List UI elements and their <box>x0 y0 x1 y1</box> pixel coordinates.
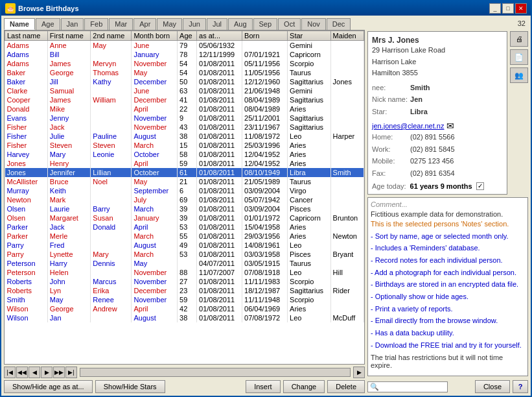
col-firstname[interactable]: First name <box>47 31 91 41</box>
nav-next[interactable]: ▶ <box>41 367 52 378</box>
col-secondname[interactable]: 2nd name <box>91 31 132 41</box>
table-row[interactable]: RobertsJohnMarcusNovember2701/08/201111/… <box>5 277 364 286</box>
table-row[interactable]: WilsonGeorgeAndrewApril4201/08/201106/04… <box>5 304 364 313</box>
table-row[interactable]: HarveyMaryLeonieOctober5801/08/201112/04… <box>5 150 364 159</box>
maximize-button[interactable]: □ <box>502 3 514 14</box>
table-row[interactable]: FisherJuliePaulineAugust3801/08/201111/0… <box>5 132 364 141</box>
table-cell: Harry <box>47 259 91 268</box>
table-row[interactable]: EvansJennyNovember901/08/201125/11/2001S… <box>5 114 364 123</box>
table-row[interactable]: JonesHenryApril5901/08/201112/04/1952Ari… <box>5 159 364 168</box>
show-hide-stars-button[interactable]: Show/Hide Stars <box>95 380 165 393</box>
tab-jul[interactable]: Jul <box>207 18 227 30</box>
show-hide-age-button[interactable]: Show/Hide age as at... <box>4 380 93 393</box>
person-email[interactable]: jen.jones@clear.net.nz <box>372 122 444 130</box>
table-row[interactable]: BakerGeorgeThomasMay5401/08/201111/05/19… <box>5 68 364 77</box>
table-row[interactable]: ParryLynetteMaryMarch5301/08/201103/03/1… <box>5 250 364 259</box>
notes-list-item: - Birthdays are stored in an encrypted d… <box>371 278 525 291</box>
delete-button[interactable]: Delete <box>327 380 365 393</box>
tab-may[interactable]: May <box>157 18 182 30</box>
table-row[interactable]: ParryFredAugust4901/08/201114/08/1961Leo <box>5 241 364 250</box>
tab-mar[interactable]: Mar <box>109 18 133 30</box>
table-cell <box>330 177 364 186</box>
close-button[interactable]: Close <box>475 380 510 393</box>
tab-dec[interactable]: Dec <box>327 18 351 30</box>
col-asat[interactable]: as at... <box>197 31 242 41</box>
table-row[interactable]: ParkerMerleMarch5501/08/201129/03/1956Ar… <box>5 232 364 241</box>
table-row[interactable]: PetersonHelenNovember8811/07/200707/08/1… <box>5 268 364 277</box>
table-row[interactable]: AdamsJamesMervynNovember5401/08/201105/1… <box>5 59 364 68</box>
nav-first[interactable]: |◀ <box>4 367 16 378</box>
table-cell: Taurus <box>288 259 331 268</box>
people-icon[interactable]: 👥 <box>510 67 528 83</box>
close-window-button[interactable]: ✕ <box>515 3 527 14</box>
table-cell: 01/08/2011 <box>197 213 242 223</box>
col-monthborn[interactable]: Month born <box>132 31 178 41</box>
scroll-right[interactable]: ▶ <box>353 367 365 378</box>
insert-button[interactable]: Insert <box>246 380 281 393</box>
table-cell: Aries <box>288 223 331 232</box>
col-star[interactable]: Star <box>288 31 331 41</box>
table-cell: Gemini <box>288 41 331 51</box>
minimize-button[interactable]: _ <box>489 3 501 14</box>
nav-prev[interactable]: ◀ <box>29 367 40 378</box>
horizontal-scrollbar[interactable] <box>80 368 351 377</box>
table-row[interactable]: FisherStevenStevenMarch1501/08/201125/03… <box>5 141 364 150</box>
table-cell: November <box>132 268 178 277</box>
age-checkbox[interactable]: ✓ <box>476 182 484 190</box>
table-row[interactable]: MurrayKeithSeptember601/08/201103/09/200… <box>5 186 364 195</box>
col-maiden[interactable]: Maiden <box>330 31 364 41</box>
col-born[interactable]: Born <box>242 31 288 41</box>
table-row[interactable]: SmithMayReneeNovember5901/08/201111/11/1… <box>5 295 364 304</box>
tab-feb[interactable]: Feb <box>84 18 108 30</box>
table-row[interactable]: DonaldMikeApril2201/08/201108/04/1989Ari… <box>5 104 364 114</box>
tab-name[interactable]: Name <box>4 18 35 30</box>
table-cell: Thomas <box>91 68 132 77</box>
nav-last[interactable]: ▶| <box>65 367 77 378</box>
tab-jun[interactable]: Jun <box>183 18 206 30</box>
email-icon[interactable]: ✉ <box>446 121 454 131</box>
tab-sep[interactable]: Sep <box>253 18 278 30</box>
col-lastname[interactable]: Last name <box>5 31 48 41</box>
print-icon[interactable]: 🖨 <box>510 31 528 47</box>
nav-prev-page[interactable]: ◀◀ <box>16 367 28 378</box>
table-row[interactable]: McAllisterBruceNoelMay2101/08/201121/05/… <box>5 177 364 186</box>
tab-oct[interactable]: Oct <box>278 18 301 30</box>
table-cell: 58 <box>178 150 197 159</box>
table-row[interactable]: OlsenLaurieBarryMarch3901/08/201103/09/2… <box>5 204 364 213</box>
table-row[interactable]: PetersonHarryDennisMay04/07/201103/05/19… <box>5 259 364 268</box>
search-input[interactable] <box>380 383 445 391</box>
tab-jan[interactable]: Jan <box>61 18 84 30</box>
search-icon: 🔍 <box>370 383 379 391</box>
tab-nov[interactable]: Nov <box>301 18 326 30</box>
nick-value: Jen <box>410 93 422 106</box>
col-age[interactable]: Age <box>178 31 197 41</box>
table-row[interactable]: AdamsAnneMayJune7905/06/1932Gemini <box>5 41 364 51</box>
tab-apr[interactable]: Apr <box>133 18 156 30</box>
table-row[interactable]: WilsonJanAugust3801/08/201107/08/1972Leo… <box>5 313 364 322</box>
tab-aug[interactable]: Aug <box>228 18 253 30</box>
table-cell: 03/09/2004 <box>242 204 288 213</box>
table-row[interactable]: JonesJenniferLillianOctober6101/08/20110… <box>5 168 364 177</box>
change-button[interactable]: Change <box>283 380 325 393</box>
help-button[interactable]: ? <box>513 380 528 393</box>
tab-age[interactable]: Age <box>36 18 60 30</box>
table-row[interactable]: AdamsBillJanuary7812/11/199907/01/1921Ca… <box>5 50 364 59</box>
table-row[interactable]: BakerJillKathyDecember5001/08/201112/12/… <box>5 77 364 86</box>
table-row[interactable]: FisherJackNovember4301/08/201123/11/1967… <box>5 123 364 132</box>
table-cell: 07/01/1921 <box>242 50 288 59</box>
table-scroll[interactable]: Last name First name 2nd name Month born… <box>5 30 364 364</box>
table-row[interactable]: OlsenMargaretSusanJanuary3901/08/201101/… <box>5 213 364 223</box>
nav-next-page[interactable]: ▶▶ <box>53 367 65 378</box>
table-row[interactable]: RobertsLynErikaDecember2301/08/201118/12… <box>5 286 364 295</box>
table-cell <box>178 259 197 268</box>
table-row[interactable]: ParkerJackDonaldApril5301/08/201115/04/1… <box>5 223 364 232</box>
table-row[interactable]: ClarkeSamualJune6301/08/201121/06/1948Ge… <box>5 86 364 95</box>
table-row[interactable]: CooperJamesWilliamDecember4101/08/201108… <box>5 95 364 104</box>
table-cell <box>91 86 132 95</box>
document-icon[interactable]: 📄 <box>510 49 528 65</box>
mobile-label: Mobile: <box>372 155 408 167</box>
table-row[interactable]: NewtonMarkJuly6901/08/201105/07/1942Canc… <box>5 195 364 204</box>
table-cell: Julie <box>47 132 91 141</box>
table-cell <box>91 313 132 322</box>
table-cell: Sagittarius <box>288 95 331 104</box>
